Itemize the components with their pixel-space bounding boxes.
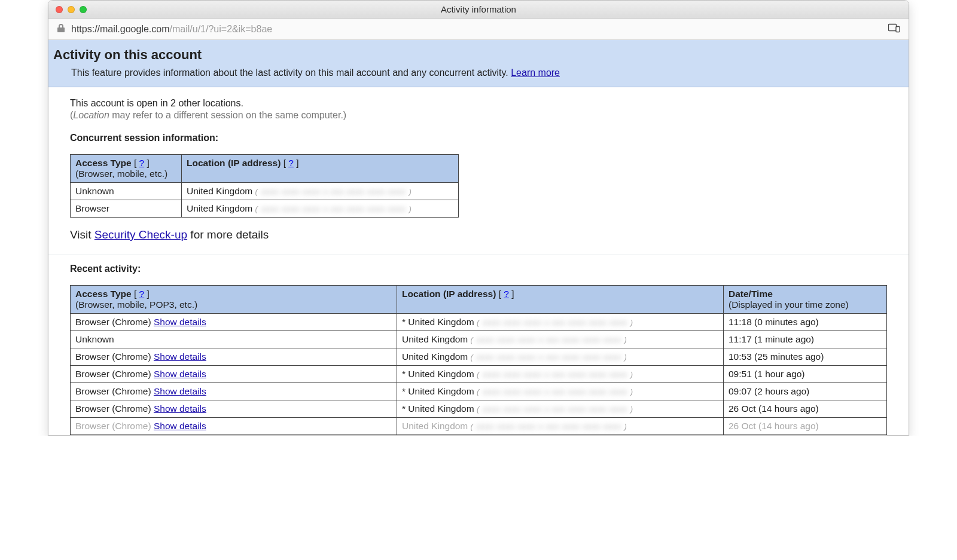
cell-location: * United Kingdom xxxx xxxx xxxx x xxx xx… <box>397 314 724 331</box>
cell-access-type: Browser (Chrome) Show details <box>71 383 397 400</box>
window-close-button[interactable] <box>56 6 63 13</box>
redacted-ip: xxxx xxxx xxxx x xxx xxxx xxxx xxxx <box>477 318 633 327</box>
col-access-type: Access Type [ ? ] (Browser, mobile, POP3… <box>71 286 397 314</box>
addressbar[interactable]: https://mail.google.com/mail/u/1/?ui=2&i… <box>48 19 909 40</box>
divider <box>48 255 909 255</box>
cell-datetime: 10:53 (25 minutes ago) <box>724 348 887 366</box>
recent-activity-label: Recent activity: <box>70 264 887 274</box>
table-row: Browser (Chrome) Show details* United Ki… <box>71 400 887 418</box>
page-description-text: This feature provides information about … <box>71 68 511 78</box>
recent-activity-table: Access Type [ ? ] (Browser, mobile, POP3… <box>70 285 887 435</box>
security-checkup-line: Visit Security Check-up for more details <box>70 228 887 241</box>
learn-more-link[interactable]: Learn more <box>511 68 560 78</box>
redacted-ip: xxxx xxxx xxxx x xxx xxxx xxxx xxxx <box>477 405 633 414</box>
window-title: Activity information <box>441 4 516 14</box>
show-details-link[interactable]: Show details <box>154 421 206 431</box>
redacted-ip: xxxx xxxx xxxx x xxx xxxx xxxx xxxx <box>471 422 627 431</box>
url-path: /mail/u/1/?ui=2&ik=b8ae <box>170 24 273 35</box>
concurrent-sessions-table: Access Type [ ? ] (Browser, mobile, etc.… <box>70 154 459 218</box>
cell-location: United Kingdom xxxx xxxx xxxx x xxx xxxx… <box>397 418 724 435</box>
open-locations-note: This account is open in 2 other location… <box>70 98 887 109</box>
redacted-ip: xxxx xxxx xxxx x xxx xxxx xxxx xxxx <box>471 335 627 344</box>
cell-access-type: Browser (Chrome) Show details <box>71 400 397 418</box>
redacted-ip: xxxx xxxx xxxx x xxx xxxx xxxx xxxx <box>471 353 627 362</box>
cell-datetime: 26 Oct (14 hours ago) <box>724 400 887 418</box>
page-title: Activity on this account <box>53 47 904 63</box>
table-row: Browser (Chrome) Show detailsUnited King… <box>71 418 887 435</box>
help-location-link[interactable]: ? <box>288 158 294 168</box>
cell-datetime: 11:18 (0 minutes ago) <box>724 314 887 331</box>
lock-icon <box>57 23 65 35</box>
table-row: Browser (Chrome) Show detailsUnited King… <box>71 348 887 366</box>
cell-datetime: 09:07 (2 hours ago) <box>724 383 887 400</box>
window-minimize-button[interactable] <box>68 6 75 13</box>
window-zoom-button[interactable] <box>80 6 87 13</box>
cell-access-type: Unknown <box>71 183 182 200</box>
col-location: Location (IP address) [ ? ] <box>182 155 459 183</box>
table-row: Browser (Chrome) Show details* United Ki… <box>71 314 887 331</box>
cell-access-type: Browser (Chrome) Show details <box>71 418 397 435</box>
show-details-link[interactable]: Show details <box>154 386 206 396</box>
cell-location: United Kingdom xxxx xxxx xxxx x xxx xxxx… <box>182 183 459 200</box>
cell-access-type: Unknown <box>71 331 397 348</box>
redacted-ip: xxxx xxxx xxxx x xxx xxxx xxxx xxxx <box>477 387 633 396</box>
svg-rect-0 <box>889 24 897 30</box>
concurrent-sessions-label: Concurrent session information: <box>70 133 887 143</box>
table-row: Browser (Chrome) Show details* United Ki… <box>71 383 887 400</box>
cell-location: United Kingdom xxxx xxxx xxxx x xxx xxxx… <box>397 348 724 366</box>
cell-access-type: Browser (Chrome) Show details <box>71 366 397 383</box>
redacted-ip: xxxx xxxx xxxx x xxx xxxx xxxx xxxx <box>255 204 412 213</box>
cell-location: United Kingdom xxxx xxxx xxxx x xxx xxxx… <box>182 200 459 218</box>
cell-access-type: Browser <box>71 200 182 218</box>
col-access-type: Access Type [ ? ] (Browser, mobile, etc.… <box>71 155 182 183</box>
col-datetime: Date/Time (Displayed in your time zone) <box>724 286 887 314</box>
cell-datetime: 09:51 (1 hour ago) <box>724 366 887 383</box>
url-host: https://mail.google.com <box>71 24 170 35</box>
cell-datetime: 26 Oct (14 hours ago) <box>724 418 887 435</box>
show-details-link[interactable]: Show details <box>154 369 206 379</box>
show-details-link[interactable]: Show details <box>154 403 206 414</box>
cell-access-type: Browser (Chrome) Show details <box>71 314 397 331</box>
page-content: This account is open in 2 other location… <box>48 87 909 435</box>
cell-location: * United Kingdom xxxx xxxx xxxx x xxx xx… <box>397 383 724 400</box>
table-row: Browser (Chrome) Show details* United Ki… <box>71 366 887 383</box>
location-note: (Location may refer to a different sessi… <box>70 110 887 121</box>
cell-access-type: Browser (Chrome) Show details <box>71 348 397 366</box>
page-description: This feature provides information about … <box>71 68 904 78</box>
redacted-ip: xxxx xxxx xxxx x xxx xxxx xxxx xxxx <box>477 370 633 379</box>
traffic-lights <box>56 6 87 13</box>
cell-location: * United Kingdom xxxx xxxx xxxx x xxx xx… <box>397 400 724 418</box>
cell-location: * United Kingdom xxxx xxxx xxxx x xxx xx… <box>397 366 724 383</box>
col-location: Location (IP address) [ ? ] <box>397 286 724 314</box>
help-access-type-link[interactable]: ? <box>139 289 145 299</box>
table-row: UnknownUnited Kingdom xxxx xxxx xxxx x x… <box>71 183 459 200</box>
responsive-icon[interactable] <box>888 23 900 35</box>
redacted-ip: xxxx xxxx xxxx x xxx xxxx xxxx xxxx <box>255 187 412 196</box>
cell-datetime: 11:17 (1 minute ago) <box>724 331 887 348</box>
security-checkup-link[interactable]: Security Check-up <box>95 228 187 241</box>
titlebar: Activity information <box>48 1 909 19</box>
help-location-link[interactable]: ? <box>504 289 509 299</box>
page-header: Activity on this account This feature pr… <box>48 40 909 87</box>
svg-rect-1 <box>896 26 900 32</box>
table-row: Unknown United Kingdom xxxx xxxx xxxx x … <box>71 331 887 348</box>
help-access-type-link[interactable]: ? <box>139 158 145 168</box>
show-details-link[interactable]: Show details <box>154 351 206 362</box>
browser-window: Activity information https://mail.google… <box>48 0 909 436</box>
cell-location: United Kingdom xxxx xxxx xxxx x xxx xxxx… <box>397 331 724 348</box>
table-row: BrowserUnited Kingdom xxxx xxxx xxxx x x… <box>71 200 459 218</box>
show-details-link[interactable]: Show details <box>154 317 206 327</box>
